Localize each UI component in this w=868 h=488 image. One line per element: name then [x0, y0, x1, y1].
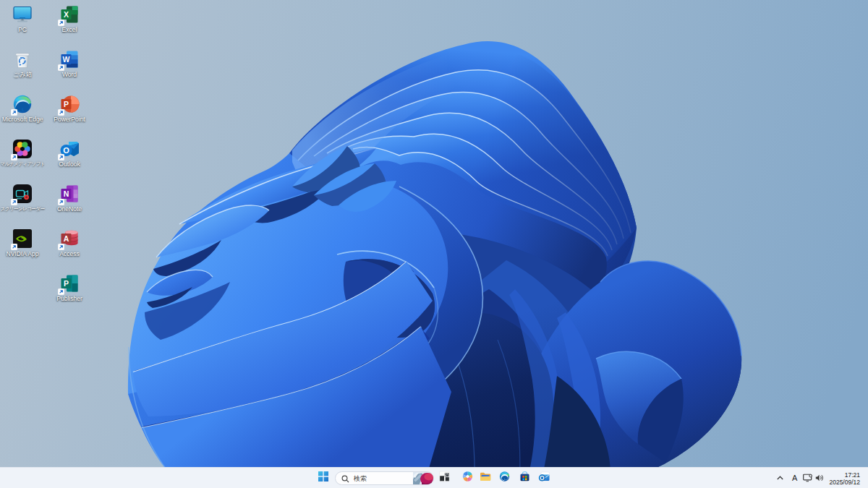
svg-text:W: W	[63, 55, 70, 64]
svg-text:O: O	[540, 474, 545, 481]
svg-text:N: N	[64, 189, 69, 198]
svg-text:A: A	[64, 234, 69, 243]
svg-text:P: P	[64, 100, 69, 108]
svg-text:X: X	[64, 10, 69, 19]
svg-text:P: P	[64, 279, 69, 288]
